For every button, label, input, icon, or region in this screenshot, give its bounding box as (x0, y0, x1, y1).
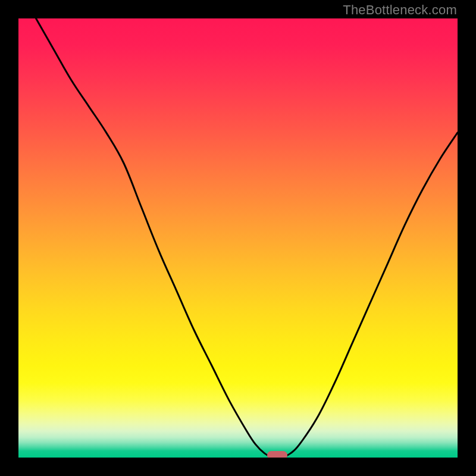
curve-svg (18, 18, 458, 458)
chart-frame: TheBottleneck.com (0, 0, 476, 476)
plot-area (18, 18, 458, 458)
watermark-text: TheBottleneck.com (343, 2, 457, 18)
bottleneck-curve (36, 18, 458, 458)
optimal-marker (267, 451, 287, 458)
